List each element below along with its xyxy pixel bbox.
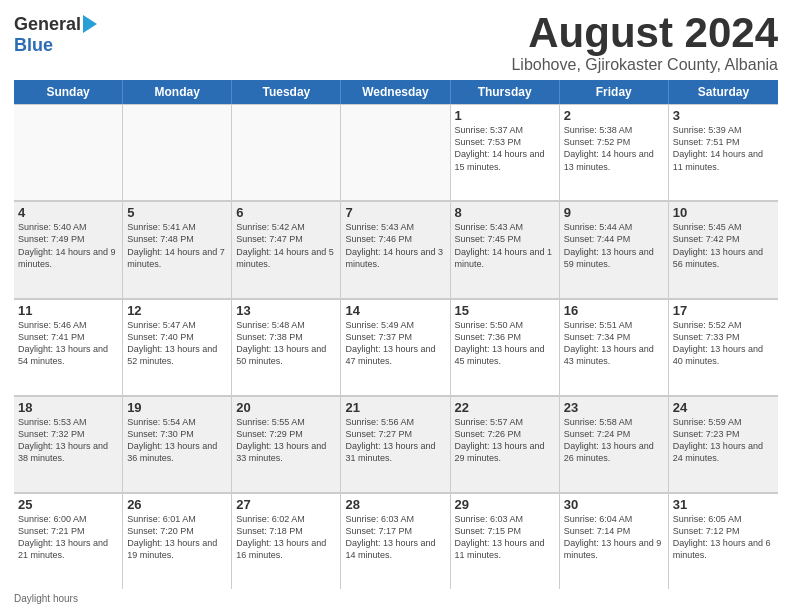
logo-general: General <box>14 14 81 35</box>
calendar-body: 1Sunrise: 5:37 AMSunset: 7:53 PMDaylight… <box>14 104 778 589</box>
calendar-cell: 18Sunrise: 5:53 AMSunset: 7:32 PMDayligh… <box>14 396 123 492</box>
day-number: 11 <box>18 303 118 318</box>
day-info: Sunrise: 5:46 AMSunset: 7:41 PMDaylight:… <box>18 319 118 368</box>
day-info: Sunrise: 5:40 AMSunset: 7:49 PMDaylight:… <box>18 221 118 270</box>
calendar-cell: 1Sunrise: 5:37 AMSunset: 7:53 PMDaylight… <box>451 104 560 200</box>
header-day-saturday: Saturday <box>669 80 778 104</box>
header-day-wednesday: Wednesday <box>341 80 450 104</box>
calendar-cell: 23Sunrise: 5:58 AMSunset: 7:24 PMDayligh… <box>560 396 669 492</box>
day-info: Sunrise: 6:01 AMSunset: 7:20 PMDaylight:… <box>127 513 227 562</box>
calendar-cell: 26Sunrise: 6:01 AMSunset: 7:20 PMDayligh… <box>123 493 232 589</box>
calendar-cell: 29Sunrise: 6:03 AMSunset: 7:15 PMDayligh… <box>451 493 560 589</box>
calendar-cell: 7Sunrise: 5:43 AMSunset: 7:46 PMDaylight… <box>341 201 450 297</box>
day-info: Sunrise: 5:58 AMSunset: 7:24 PMDaylight:… <box>564 416 664 465</box>
calendar-cell: 13Sunrise: 5:48 AMSunset: 7:38 PMDayligh… <box>232 299 341 395</box>
day-info: Sunrise: 5:55 AMSunset: 7:29 PMDaylight:… <box>236 416 336 465</box>
day-info: Sunrise: 5:54 AMSunset: 7:30 PMDaylight:… <box>127 416 227 465</box>
logo-arrow-icon <box>83 15 97 33</box>
day-number: 27 <box>236 497 336 512</box>
day-number: 28 <box>345 497 445 512</box>
day-number: 16 <box>564 303 664 318</box>
calendar-cell: 5Sunrise: 5:41 AMSunset: 7:48 PMDaylight… <box>123 201 232 297</box>
calendar-cell <box>341 104 450 200</box>
calendar-cell: 31Sunrise: 6:05 AMSunset: 7:12 PMDayligh… <box>669 493 778 589</box>
day-number: 1 <box>455 108 555 123</box>
day-info: Sunrise: 5:37 AMSunset: 7:53 PMDaylight:… <box>455 124 555 173</box>
day-info: Sunrise: 5:51 AMSunset: 7:34 PMDaylight:… <box>564 319 664 368</box>
day-info: Sunrise: 6:04 AMSunset: 7:14 PMDaylight:… <box>564 513 664 562</box>
day-info: Sunrise: 5:59 AMSunset: 7:23 PMDaylight:… <box>673 416 774 465</box>
day-number: 30 <box>564 497 664 512</box>
day-info: Sunrise: 5:48 AMSunset: 7:38 PMDaylight:… <box>236 319 336 368</box>
day-number: 29 <box>455 497 555 512</box>
day-number: 8 <box>455 205 555 220</box>
day-info: Sunrise: 5:53 AMSunset: 7:32 PMDaylight:… <box>18 416 118 465</box>
day-info: Sunrise: 6:03 AMSunset: 7:15 PMDaylight:… <box>455 513 555 562</box>
day-info: Sunrise: 5:47 AMSunset: 7:40 PMDaylight:… <box>127 319 227 368</box>
day-info: Sunrise: 6:00 AMSunset: 7:21 PMDaylight:… <box>18 513 118 562</box>
day-number: 17 <box>673 303 774 318</box>
day-number: 31 <box>673 497 774 512</box>
calendar-cell: 16Sunrise: 5:51 AMSunset: 7:34 PMDayligh… <box>560 299 669 395</box>
day-number: 22 <box>455 400 555 415</box>
calendar-cell: 17Sunrise: 5:52 AMSunset: 7:33 PMDayligh… <box>669 299 778 395</box>
day-number: 9 <box>564 205 664 220</box>
calendar-cell: 30Sunrise: 6:04 AMSunset: 7:14 PMDayligh… <box>560 493 669 589</box>
calendar-cell: 25Sunrise: 6:00 AMSunset: 7:21 PMDayligh… <box>14 493 123 589</box>
calendar-cell: 10Sunrise: 5:45 AMSunset: 7:42 PMDayligh… <box>669 201 778 297</box>
day-info: Sunrise: 5:41 AMSunset: 7:48 PMDaylight:… <box>127 221 227 270</box>
calendar-cell: 4Sunrise: 5:40 AMSunset: 7:49 PMDaylight… <box>14 201 123 297</box>
title-block: August 2024 Libohove, Gjirokaster County… <box>511 10 778 74</box>
day-info: Sunrise: 6:03 AMSunset: 7:17 PMDaylight:… <box>345 513 445 562</box>
logo-blue: Blue <box>14 35 53 56</box>
calendar-week-5: 25Sunrise: 6:00 AMSunset: 7:21 PMDayligh… <box>14 493 778 589</box>
day-number: 15 <box>455 303 555 318</box>
calendar-cell: 9Sunrise: 5:44 AMSunset: 7:44 PMDaylight… <box>560 201 669 297</box>
day-number: 7 <box>345 205 445 220</box>
day-number: 23 <box>564 400 664 415</box>
day-number: 24 <box>673 400 774 415</box>
location-subtitle: Libohove, Gjirokaster County, Albania <box>511 56 778 74</box>
calendar-cell: 21Sunrise: 5:56 AMSunset: 7:27 PMDayligh… <box>341 396 450 492</box>
calendar-cell: 6Sunrise: 5:42 AMSunset: 7:47 PMDaylight… <box>232 201 341 297</box>
header-day-tuesday: Tuesday <box>232 80 341 104</box>
day-number: 4 <box>18 205 118 220</box>
calendar-cell <box>232 104 341 200</box>
header-day-thursday: Thursday <box>451 80 560 104</box>
calendar-week-3: 11Sunrise: 5:46 AMSunset: 7:41 PMDayligh… <box>14 299 778 396</box>
day-number: 20 <box>236 400 336 415</box>
calendar-cell: 14Sunrise: 5:49 AMSunset: 7:37 PMDayligh… <box>341 299 450 395</box>
day-info: Sunrise: 5:43 AMSunset: 7:45 PMDaylight:… <box>455 221 555 270</box>
calendar-cell: 22Sunrise: 5:57 AMSunset: 7:26 PMDayligh… <box>451 396 560 492</box>
day-number: 14 <box>345 303 445 318</box>
day-number: 26 <box>127 497 227 512</box>
day-info: Sunrise: 6:05 AMSunset: 7:12 PMDaylight:… <box>673 513 774 562</box>
calendar: SundayMondayTuesdayWednesdayThursdayFrid… <box>14 80 778 589</box>
day-info: Sunrise: 5:45 AMSunset: 7:42 PMDaylight:… <box>673 221 774 270</box>
calendar-cell: 3Sunrise: 5:39 AMSunset: 7:51 PMDaylight… <box>669 104 778 200</box>
header-day-friday: Friday <box>560 80 669 104</box>
calendar-cell: 8Sunrise: 5:43 AMSunset: 7:45 PMDaylight… <box>451 201 560 297</box>
calendar-week-1: 1Sunrise: 5:37 AMSunset: 7:53 PMDaylight… <box>14 104 778 201</box>
day-number: 12 <box>127 303 227 318</box>
calendar-cell: 2Sunrise: 5:38 AMSunset: 7:52 PMDaylight… <box>560 104 669 200</box>
calendar-cell: 15Sunrise: 5:50 AMSunset: 7:36 PMDayligh… <box>451 299 560 395</box>
day-number: 6 <box>236 205 336 220</box>
day-info: Sunrise: 6:02 AMSunset: 7:18 PMDaylight:… <box>236 513 336 562</box>
day-info: Sunrise: 5:57 AMSunset: 7:26 PMDaylight:… <box>455 416 555 465</box>
day-info: Sunrise: 5:49 AMSunset: 7:37 PMDaylight:… <box>345 319 445 368</box>
calendar-header: SundayMondayTuesdayWednesdayThursdayFrid… <box>14 80 778 104</box>
day-number: 25 <box>18 497 118 512</box>
calendar-cell: 19Sunrise: 5:54 AMSunset: 7:30 PMDayligh… <box>123 396 232 492</box>
day-info: Sunrise: 5:39 AMSunset: 7:51 PMDaylight:… <box>673 124 774 173</box>
day-number: 18 <box>18 400 118 415</box>
daylight-hours-label: Daylight hours <box>14 593 78 604</box>
calendar-cell: 11Sunrise: 5:46 AMSunset: 7:41 PMDayligh… <box>14 299 123 395</box>
day-info: Sunrise: 5:43 AMSunset: 7:46 PMDaylight:… <box>345 221 445 270</box>
header-day-sunday: Sunday <box>14 80 123 104</box>
calendar-cell: 27Sunrise: 6:02 AMSunset: 7:18 PMDayligh… <box>232 493 341 589</box>
month-title: August 2024 <box>511 10 778 56</box>
calendar-week-4: 18Sunrise: 5:53 AMSunset: 7:32 PMDayligh… <box>14 396 778 493</box>
day-number: 13 <box>236 303 336 318</box>
day-info: Sunrise: 5:56 AMSunset: 7:27 PMDaylight:… <box>345 416 445 465</box>
